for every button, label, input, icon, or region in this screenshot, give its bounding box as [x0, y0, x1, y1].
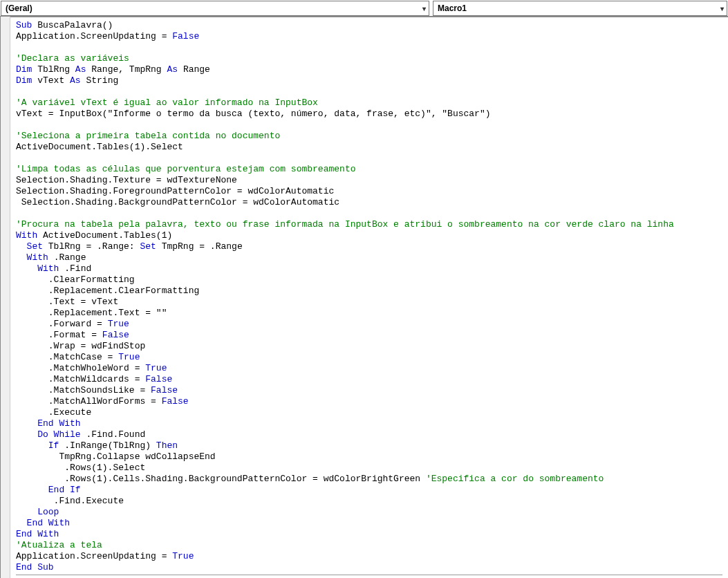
editor-container: Sub BuscaPalavra() Application.ScreenUpd… — [0, 17, 728, 578]
margin-indicator-bar — [1, 17, 10, 578]
chevron-down-icon: ▾ — [720, 5, 724, 12]
procedure-dropdown[interactable]: Macro1 ▾ — [433, 1, 727, 16]
chevron-down-icon: ▾ — [422, 5, 426, 12]
object-dropdown-label: (Geral) — [6, 3, 32, 13]
procedure-separator — [16, 575, 722, 575]
toolbar: (Geral) ▾ Macro1 ▾ — [0, 0, 728, 17]
object-dropdown[interactable]: (Geral) ▾ — [1, 1, 429, 16]
code-editor[interactable]: Sub BuscaPalavra() Application.ScreenUpd… — [10, 17, 728, 578]
procedure-dropdown-label: Macro1 — [438, 3, 467, 13]
